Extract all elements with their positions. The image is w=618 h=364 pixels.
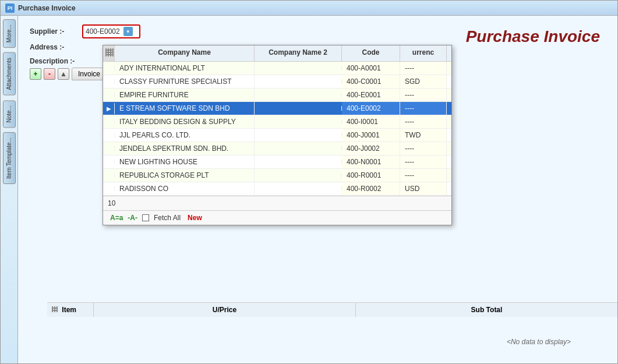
title-bar: PI Purchase Invoice: [1, 1, 617, 16]
row-currency-0: ----: [400, 62, 447, 75]
row-company-name-8: REPUBLICA STORAGE PLT: [115, 169, 255, 182]
up-button[interactable]: ▲: [58, 68, 69, 80]
uprice-col-header: U/Price: [94, 303, 356, 317]
dash-a-btn[interactable]: -A-: [128, 214, 137, 222]
row-company-name2-9: [255, 186, 342, 191]
row-selector-0: [103, 66, 115, 70]
dropdown-row-9[interactable]: RADISSON CO400-R0002USD: [103, 182, 451, 196]
dropdown-row-6[interactable]: JENDELA SPEKTRUM SDN. BHD.400-J0002----: [103, 142, 451, 156]
content-area: More... Attachments Note... Item Templat…: [1, 16, 617, 363]
popup-footer-count: 10: [103, 196, 451, 210]
address-label: Address :-: [30, 43, 82, 51]
fetch-all-label: Fetch All: [154, 214, 181, 222]
dropdown-row-1[interactable]: CLASSY FURNITURE SPECIALIST400-C0001SGD: [103, 75, 451, 89]
row-selector-2: [103, 93, 115, 97]
row-code-4: 400-I0001: [342, 115, 400, 128]
dropdown-row-7[interactable]: NEW LIGHTING HOUSE400-N0001----: [103, 156, 451, 169]
col-company-name-header: Company Name: [115, 45, 255, 61]
drag-handle-header: [103, 45, 115, 61]
row-company-name-5: JJL PEARLS CO. LTD.: [115, 129, 255, 142]
a-equals-a-btn[interactable]: A=a: [110, 214, 123, 222]
row-selector-9: [103, 186, 115, 191]
left-sidebar: More... Attachments Note... Item Templat…: [1, 16, 18, 363]
row-code-9: 400-R0002: [342, 182, 400, 195]
new-button[interactable]: New: [188, 214, 202, 222]
dropdown-row-4[interactable]: ITALY BEDDING DESIGN & SUPPLY400-I0001--…: [103, 115, 451, 129]
main-area: Purchase Invoice Supplier :- 400-E0002 A…: [18, 16, 617, 363]
row-currency-9: USD: [400, 182, 447, 195]
dropdown-popup: Company Name Company Name 2 Code urrenc …: [103, 45, 452, 225]
main-window: PI Purchase Invoice More... Attachments …: [0, 0, 618, 364]
row-selector-7: [103, 160, 115, 164]
page-title: Purchase Invoice: [466, 27, 600, 46]
row-company-name2-7: [255, 160, 342, 164]
col-company-name2-header: Company Name 2: [255, 45, 342, 61]
row-selector-1: [103, 79, 115, 84]
row-code-0: 400-A0001: [342, 62, 400, 75]
row-company-name2-8: [255, 173, 342, 178]
add-button[interactable]: +: [30, 68, 41, 80]
row-currency-5: TWD: [400, 129, 447, 142]
table-drag-icon: [52, 306, 58, 312]
supplier-label: Supplier :-: [30, 27, 82, 36]
sidebar-tab-more[interactable]: More...: [3, 19, 16, 48]
supplier-dropdown[interactable]: 400-E0002: [82, 24, 140, 38]
row-company-name-3: E STREAM SOFTWARE SDN BHD: [115, 102, 255, 115]
row-currency-6: ----: [400, 142, 447, 155]
row-currency-3: ----: [400, 102, 447, 115]
row-company-name2-1: [255, 79, 342, 84]
dropdown-row-8[interactable]: REPUBLICA STORAGE PLT400-R0001----: [103, 169, 451, 182]
window-title: Purchase Invoice: [18, 4, 76, 12]
window-icon: PI: [5, 3, 15, 13]
fetch-all-checkbox[interactable]: [142, 214, 149, 221]
dropdown-row-5[interactable]: JJL PEARLS CO. LTD.400-J0001TWD: [103, 129, 451, 142]
row-code-5: 400-J0001: [342, 129, 400, 142]
row-code-7: 400-N0001: [342, 156, 400, 168]
row-company-name-9: RADISSON CO: [115, 182, 255, 195]
tab-invoice[interactable]: Invoice: [72, 68, 107, 80]
sidebar-tab-item-template[interactable]: Item Template...: [3, 132, 16, 184]
dropdown-row-3[interactable]: ▶E STREAM SOFTWARE SDN BHD400-E0002----: [103, 102, 451, 115]
row-company-name2-2: [255, 93, 342, 97]
row-company-name-0: ADY INTERNATIONAL PLT: [115, 62, 255, 75]
dropdown-row-0[interactable]: ADY INTERNATIONAL PLT400-A0001----: [103, 62, 451, 75]
row-company-name2-4: [255, 119, 342, 124]
col-currency-header: urrenc: [400, 45, 447, 61]
remove-button[interactable]: -: [44, 68, 55, 80]
row-selector-5: [103, 133, 115, 137]
row-company-name2-3: [255, 106, 342, 111]
row-selector-4: [103, 119, 115, 124]
popup-body: ADY INTERNATIONAL PLT400-A0001----CLASSY…: [103, 62, 451, 196]
row-company-name2-0: [255, 66, 342, 70]
row-currency-7: ----: [400, 156, 447, 168]
row-count: 10: [108, 199, 115, 207]
row-company-name2-5: [255, 133, 342, 137]
row-selector-8: [103, 173, 115, 178]
row-company-name-6: JENDELA SPEKTRUM SDN. BHD.: [115, 142, 255, 155]
popup-footer-actions: A=a -A- Fetch All New: [103, 210, 451, 225]
row-company-name-4: ITALY BEDDING DESIGN & SUPPLY: [115, 115, 255, 128]
row-currency-8: ----: [400, 169, 447, 182]
col-code-header: Code: [342, 45, 400, 61]
row-company-name-1: CLASSY FURNITURE SPECIALIST: [115, 75, 255, 88]
row-selector-3: ▶: [103, 103, 115, 114]
popup-header: Company Name Company Name 2 Code urrenc: [103, 45, 451, 62]
dropdown-row-2[interactable]: EMPIRE FURNITURE400-E0001----: [103, 89, 451, 102]
row-currency-1: SGD: [400, 75, 447, 88]
dropdown-arrow-icon[interactable]: [123, 27, 133, 36]
subtotal-col-header: Sub Total: [356, 303, 617, 317]
row-selector-6: [103, 146, 115, 151]
sidebar-tab-attachments[interactable]: Attachments: [3, 52, 16, 96]
row-company-name-7: NEW LIGHTING HOUSE: [115, 156, 255, 168]
row-code-6: 400-J0002: [342, 142, 400, 155]
sidebar-tab-note[interactable]: Note...: [3, 100, 16, 128]
row-code-8: 400-R0001: [342, 169, 400, 182]
no-data-message: <No data to display>: [507, 338, 571, 346]
supplier-value: 400-E0002: [86, 27, 120, 36]
row-code-2: 400-E0001: [342, 89, 400, 101]
row-code-1: 400-C0001: [342, 75, 400, 88]
row-company-name2-6: [255, 146, 342, 151]
row-currency-4: ----: [400, 115, 447, 128]
description-label: Description :-: [30, 57, 82, 65]
invoice-table-header: Item U/Price Sub Total: [47, 302, 617, 317]
